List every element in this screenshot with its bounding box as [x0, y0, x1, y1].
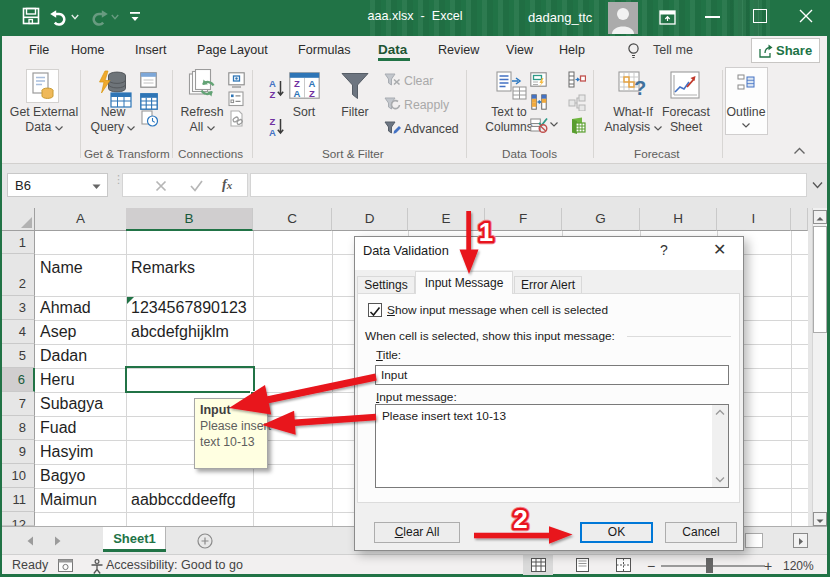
svg-text:2: 2 [513, 504, 527, 534]
svg-text:1: 1 [479, 217, 493, 247]
